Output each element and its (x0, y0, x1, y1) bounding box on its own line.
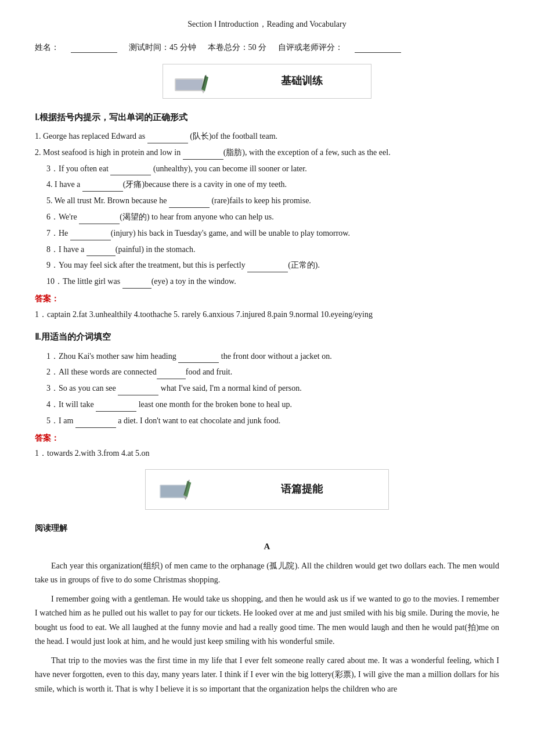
banner2-image (151, 475, 221, 504)
blank-9[interactable] (247, 263, 288, 272)
blank2-5[interactable] (75, 419, 116, 428)
section1-answer-label: 答案： (35, 292, 499, 306)
exercise-item-3: 3．If you often eat (unhealthy), you can … (35, 162, 499, 176)
section1-answers: 1．captain 2.fat 3.unhealthily 4.toothach… (35, 307, 499, 322)
self-score-label: 自评或老师评分： (278, 41, 343, 55)
blank2-3[interactable] (118, 386, 158, 395)
section2-block: Ⅱ.用适当的介词填空 1．Zhou Kai's mother saw him h… (35, 330, 499, 460)
exercise2-item-2: 2．All these words are connectedfood and … (35, 365, 499, 379)
section-header: Section Ⅰ Introduction，Reading and Vocab… (35, 17, 499, 31)
blank-5[interactable] (169, 199, 210, 208)
exercise2-item-3: 3．So as you can see what I've said, I'm … (35, 381, 499, 395)
blank-1[interactable] (147, 134, 188, 143)
blank2-2[interactable] (157, 370, 186, 379)
section2-answer-label: 答案： (35, 431, 499, 445)
exercise-item-7: 7．He (injury) his back in Tuesday's game… (35, 226, 499, 240)
total-label: 本卷总分：50 分 (208, 41, 267, 55)
exercise-item-2: 2. Most seafood is high in protein and l… (35, 146, 499, 160)
section2-title: Ⅱ.用适当的介词填空 (35, 330, 499, 345)
blank-10[interactable] (122, 279, 151, 289)
blank-7[interactable] (70, 231, 111, 240)
blank2-4[interactable] (96, 402, 136, 412)
svg-rect-6 (161, 485, 186, 497)
passage-para-3: That trip to the movies was the first ti… (35, 654, 499, 697)
exercise-item-5: 5. We all trust Mr. Brown because he (ra… (35, 194, 499, 208)
exercise2-item-4: 4．It will take least one month for the b… (35, 398, 499, 412)
exercise-item-9: 9．You may feel sick after the treatment,… (35, 258, 499, 272)
blank-6[interactable] (79, 215, 120, 224)
exercise2-item-5: 5．I am a diet. I don't want to eat choco… (35, 414, 499, 428)
section1-block: Ⅰ.根据括号内提示，写出单词的正确形式 1. George has replac… (35, 110, 499, 322)
section2-answers: 1．towards 2.with 3.from 4.at 5.on (35, 446, 499, 460)
blank-4[interactable] (82, 182, 123, 192)
exercise-item-6: 6．We're (渴望的) to hear from anyone who ca… (35, 210, 499, 224)
exercise2-item-1: 1．Zhou Kai's mother saw him heading the … (35, 350, 499, 363)
reading-section: 阅读理解 A Each year this organization(组织) o… (35, 521, 499, 697)
exercise-item-1: 1. George has replaced Edward as (队长)of … (35, 129, 499, 143)
banner2-label: 语篇提能 (221, 480, 383, 498)
score-field[interactable] (355, 42, 401, 53)
banner-jichuxunlian: 基础训练 (163, 64, 371, 99)
blank-3[interactable] (110, 166, 151, 175)
name-label: 姓名： (35, 41, 59, 55)
banner1-label: 基础训练 (239, 72, 365, 90)
svg-rect-1 (176, 80, 203, 90)
info-line: 姓名： 测试时间：45 分钟 本卷总分：50 分 自评或老师评分： (35, 41, 499, 55)
passage-title-a: A (35, 539, 499, 555)
time-label: 测试时间：45 分钟 (129, 41, 196, 55)
blank2-1[interactable] (178, 354, 219, 363)
passage-para-2: I remember going with a gentleman. He wo… (35, 592, 499, 649)
blank-8[interactable] (86, 247, 116, 256)
section-title-text: Section Ⅰ Introduction，Reading and Vocab… (187, 20, 346, 28)
exercise-item-10: 10．The little girl was (eye) a toy in th… (35, 275, 499, 289)
section1-title: Ⅰ.根据括号内提示，写出单词的正确形式 (35, 110, 499, 125)
banner-yupiantineng: 语篇提能 (145, 469, 389, 510)
banner-image (169, 67, 239, 96)
exercise-item-8: 8．I have a (painful) in the stomach. (35, 243, 499, 257)
name-field[interactable] (71, 42, 117, 53)
reading-title: 阅读理解 (35, 521, 499, 535)
passage-para-1: Each year this organization(组织) of men c… (35, 559, 499, 588)
blank-2[interactable] (183, 150, 223, 160)
exercise-item-4: 4. I have a (牙痛)because there is a cavit… (35, 178, 499, 192)
